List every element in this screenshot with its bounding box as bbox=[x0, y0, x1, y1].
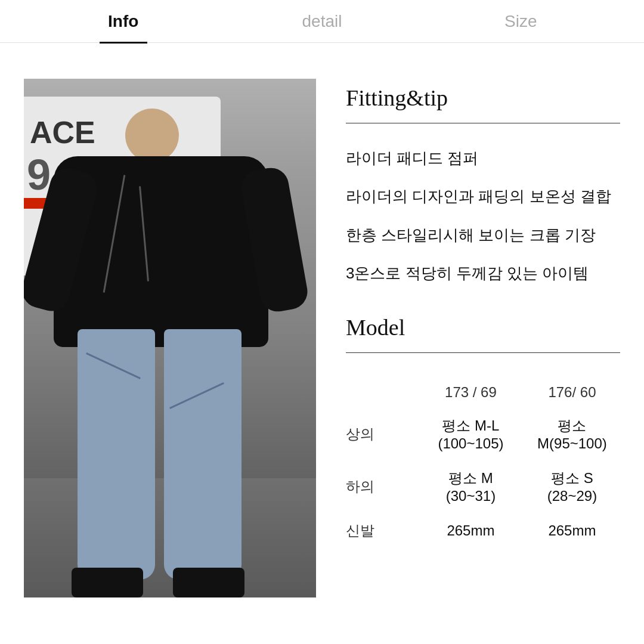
model-top-col2: 평소 M(95~100) bbox=[524, 408, 620, 460]
model-table-header-row: 173 / 69 176/ 60 bbox=[346, 377, 620, 408]
tab-info[interactable]: Info bbox=[24, 0, 222, 43]
content-area: ACE 9 bbox=[0, 43, 644, 621]
model-divider bbox=[346, 352, 620, 353]
fitting-item-2: 라이더의 디자인과 패딩의 보온성 결합 bbox=[346, 185, 620, 207]
model-col-label-header bbox=[346, 377, 417, 408]
fitting-item-4: 3온스로 적당히 두께감 있는 아이템 bbox=[346, 262, 620, 284]
info-panel: Fitting&tip 라이더 패디드 점퍼 라이더의 디자인과 패딩의 보온성… bbox=[346, 79, 620, 597]
jeans-right-leg bbox=[164, 329, 242, 580]
model-col-2-header: 176/ 60 bbox=[524, 377, 620, 408]
fitting-divider bbox=[346, 123, 620, 123]
tab-detail[interactable]: detail bbox=[222, 0, 421, 43]
tab-size[interactable]: Size bbox=[422, 0, 620, 43]
model-silhouette bbox=[48, 126, 286, 592]
model-head bbox=[125, 109, 179, 162]
model-row-bottom: 하의 평소 M (30~31) 평소 S (28~29) bbox=[346, 460, 620, 513]
fitting-list: 라이더 패디드 점퍼 라이더의 디자인과 패딩의 보온성 결합 한층 스타일리시… bbox=[346, 147, 620, 284]
model-bottom-col1: 평소 M (30~31) bbox=[417, 460, 524, 513]
fitting-item-3: 한층 스타일리시해 보이는 크롭 기장 bbox=[346, 224, 620, 246]
product-image: ACE 9 bbox=[24, 79, 316, 597]
right-shoe bbox=[173, 568, 244, 597]
model-bottom-col2: 평소 S (28~29) bbox=[524, 460, 620, 513]
model-shoes-col1: 265mm bbox=[417, 513, 524, 549]
model-shoes-col2: 265mm bbox=[524, 513, 620, 549]
model-section: Model 173 / 69 176/ 60 상의 평소 M-L (100~10… bbox=[346, 314, 620, 549]
left-shoe bbox=[72, 568, 143, 597]
model-label-bottom: 하의 bbox=[346, 460, 417, 513]
fitting-section: Fitting&tip 라이더 패디드 점퍼 라이더의 디자인과 패딩의 보온성… bbox=[346, 85, 620, 284]
model-label-shoes: 신발 bbox=[346, 513, 417, 549]
model-title: Model bbox=[346, 314, 620, 340]
fitting-item-1: 라이더 패디드 점퍼 bbox=[346, 147, 620, 169]
model-row-top: 상의 평소 M-L (100~105) 평소 M(95~100) bbox=[346, 408, 620, 460]
fitting-title: Fitting&tip bbox=[346, 85, 620, 111]
model-col-1-header: 173 / 69 bbox=[417, 377, 524, 408]
model-label-top: 상의 bbox=[346, 408, 417, 460]
model-row-shoes: 신발 265mm 265mm bbox=[346, 513, 620, 549]
model-top-col1: 평소 M-L (100~105) bbox=[417, 408, 524, 460]
tab-bar: Info detail Size bbox=[0, 0, 644, 43]
model-table: 173 / 69 176/ 60 상의 평소 M-L (100~105) 평소 … bbox=[346, 377, 620, 549]
